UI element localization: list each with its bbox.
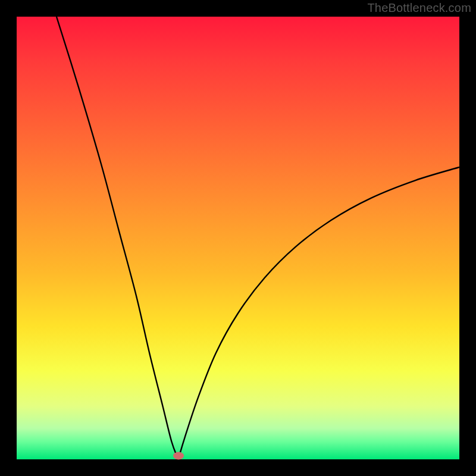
chart-frame: TheBottleneck.com (0, 0, 476, 476)
left-branch-path (57, 17, 178, 459)
vertex-marker (173, 452, 184, 460)
right-branch-path (178, 167, 459, 459)
curve-svg (17, 17, 459, 459)
attribution-text: TheBottleneck.com (367, 1, 471, 15)
plot-area (17, 17, 459, 459)
